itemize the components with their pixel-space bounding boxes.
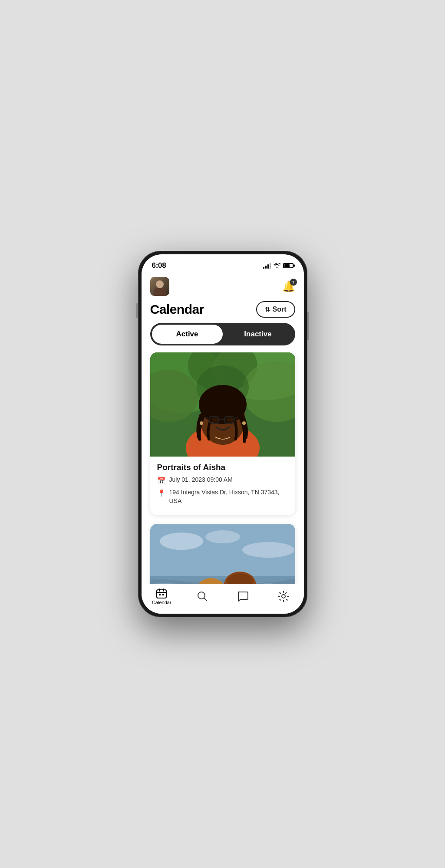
app-header: 🔔 1 [142, 273, 304, 299]
calendar-detail-icon: 📅 [157, 476, 166, 486]
status-bar: 6:08 [142, 254, 304, 273]
wifi-icon [274, 263, 280, 268]
card-portraits-aisha[interactable]: Portraits of Aisha 📅 July 01, 2023 09:00… [150, 352, 295, 515]
status-icons [263, 263, 293, 269]
chat-nav-icon [237, 591, 248, 602]
nav-item-settings[interactable] [270, 591, 297, 602]
card-title-1: Portraits of Aisha [157, 463, 288, 472]
svg-point-51 [282, 595, 285, 598]
bell-container[interactable]: 🔔 1 [282, 280, 295, 293]
tab-active[interactable]: Active [152, 325, 223, 344]
svg-point-22 [242, 542, 294, 558]
phone-frame: 6:08 [138, 251, 307, 617]
card-image-2 [150, 524, 295, 584]
title-row: Calendar ⇅ Sort [142, 299, 304, 323]
svg-rect-47 [159, 594, 161, 595]
battery-icon [283, 263, 293, 268]
settings-nav-icon [278, 591, 289, 602]
card-info-1: Portraits of Aisha 📅 July 01, 2023 09:00… [150, 457, 295, 515]
nav-item-search[interactable] [189, 591, 215, 602]
avatar[interactable] [150, 277, 169, 296]
sort-arrows-icon: ⇅ [265, 306, 270, 313]
svg-point-21 [160, 533, 203, 550]
beach-svg [150, 524, 295, 584]
signal-icon [263, 263, 271, 269]
search-nav-icon [197, 591, 208, 602]
bottom-nav: Calendar [142, 584, 304, 614]
nav-item-calendar[interactable]: Calendar [148, 588, 175, 605]
tab-inactive[interactable]: Inactive [223, 325, 293, 344]
nav-item-chat[interactable] [230, 591, 256, 602]
sort-button[interactable]: ⇅ Sort [256, 301, 295, 318]
location-detail-icon: 📍 [157, 489, 166, 498]
scroll-content[interactable]: Portraits of Aisha 📅 July 01, 2023 09:00… [142, 352, 304, 584]
svg-point-19 [242, 421, 246, 425]
notification-badge: 1 [290, 279, 297, 286]
tabs-container: Active Inactive [150, 323, 295, 345]
card-location-1: 📍 194 Integra Vistas Dr, Hixson, TN 3734… [157, 488, 288, 505]
sort-label: Sort [273, 306, 287, 313]
page-title: Calendar [150, 302, 204, 317]
svg-rect-43 [157, 590, 166, 598]
status-time: 6:08 [152, 261, 166, 270]
phone-screen: 6:08 [142, 254, 304, 614]
svg-point-18 [200, 421, 203, 425]
svg-line-50 [204, 598, 207, 601]
app-content: 🔔 1 Calendar ⇅ Sort Active Inactive [142, 273, 304, 614]
card-beach[interactable] [150, 524, 295, 584]
svg-point-12 [226, 418, 234, 422]
card-image-1 [150, 352, 295, 457]
svg-rect-48 [162, 594, 164, 595]
svg-point-23 [205, 530, 240, 543]
nav-label-calendar: Calendar [152, 600, 171, 605]
portrait-svg [150, 352, 295, 457]
calendar-nav-icon [156, 588, 167, 599]
card-date-1: 📅 July 01, 2023 09:00 AM [157, 476, 288, 486]
svg-point-11 [211, 418, 219, 422]
